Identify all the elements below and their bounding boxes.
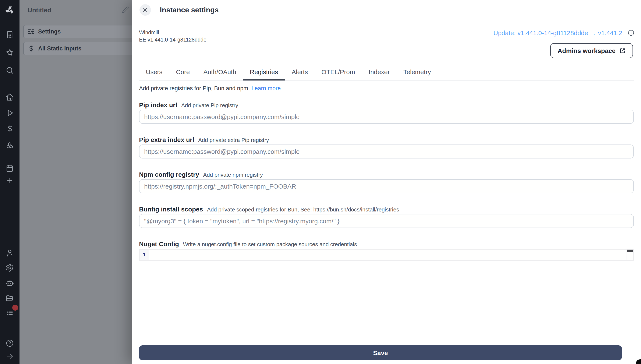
learn-more-link[interactable]: Learn more	[251, 85, 281, 92]
menu-item-label: Settings	[38, 28, 61, 35]
tab-telemetry[interactable]: Telemetry	[397, 64, 438, 80]
field-label-row: Pip extra index url Add private extra Pi…	[139, 136, 634, 143]
sidebar-item-resources[interactable]	[0, 142, 20, 150]
bunfig-install-scopes-input[interactable]	[139, 214, 634, 228]
sidebar-item-search[interactable]	[0, 66, 20, 74]
dollar-icon	[6, 124, 14, 133]
windmill-logo-icon[interactable]	[0, 6, 20, 15]
editor-minimap	[626, 250, 633, 260]
sidebar-item-workspaces[interactable]	[0, 30, 20, 39]
field-label-row: Pip index url Add private Pip registry	[139, 101, 634, 108]
pip-index-url-input[interactable]	[139, 110, 634, 124]
sidebar-expand-button[interactable]	[0, 352, 20, 360]
field-nuget-config: Nuget Config Write a nuget.config file t…	[139, 240, 634, 261]
menu-item-all-static-inputs[interactable]: All Static Inputs	[23, 42, 149, 55]
tab-users[interactable]: Users	[139, 64, 169, 80]
drawer-header: Instance settings	[132, 0, 641, 20]
editor-content[interactable]	[149, 250, 626, 260]
external-link-icon	[619, 48, 626, 54]
tab-otel-prom[interactable]: OTEL/Prom	[315, 64, 362, 80]
search-icon	[6, 66, 14, 74]
close-icon	[143, 7, 148, 13]
tab-alerts[interactable]: Alerts	[285, 64, 315, 80]
field-hint: Add private Pip registry	[181, 102, 238, 108]
version-string: EE v1.441.0-14-g81128ddde	[139, 36, 207, 43]
field-bunfig-install-scopes: Bunfig install scopes Add private scoped…	[139, 206, 634, 228]
field-pip-extra-index-url: Pip extra index url Add private extra Pi…	[139, 136, 634, 158]
tab-core[interactable]: Core	[169, 64, 197, 80]
sidebar-item-variables[interactable]	[0, 124, 20, 133]
gear-icon	[6, 264, 14, 272]
close-button[interactable]	[140, 4, 151, 16]
sidebar-item-user[interactable]	[0, 249, 20, 257]
sidebar-item-add[interactable]	[0, 177, 20, 184]
admins-workspace-button[interactable]: Admins workspace	[550, 43, 633, 58]
save-button[interactable]: Save	[139, 345, 622, 360]
edit-pencil-icon[interactable]	[122, 6, 129, 14]
npm-config-registry-input[interactable]	[139, 179, 634, 193]
menu-item-label: All Static Inputs	[38, 45, 81, 52]
field-label-row: Npm config registry Add private npm regi…	[139, 171, 634, 178]
sidebar-item-favorites[interactable]	[0, 48, 20, 57]
building-icon	[6, 30, 14, 39]
editor-minimap-slider[interactable]	[627, 250, 633, 252]
instance-settings-drawer: Instance settings Windmill EE v1.441.0-1…	[132, 0, 641, 364]
field-label: Npm config registry	[139, 171, 199, 178]
tab-registries[interactable]: Registries	[243, 64, 285, 80]
update-link[interactable]: Update: v1.441.0-14-g81128ddde → v1.441.…	[493, 29, 622, 36]
notification-dot	[12, 305, 18, 310]
field-hint: Add private extra Pip registry	[198, 137, 269, 143]
tab-indexer[interactable]: Indexer	[362, 64, 397, 80]
user-icon	[6, 249, 14, 257]
flow-title: Untitled	[28, 6, 51, 14]
version-block: Windmill EE v1.441.0-14-g81128ddde	[139, 29, 207, 43]
sidebar	[0, 0, 20, 364]
nuget-config-editor[interactable]: 1	[139, 249, 634, 261]
field-hint: Add private npm registry	[203, 172, 263, 178]
play-icon	[6, 109, 14, 117]
description-text: Add private registries for Pip, Bun and …	[139, 85, 250, 92]
tab-description: Add private registries for Pip, Bun and …	[139, 85, 281, 92]
sidebar-item-folders[interactable]	[0, 294, 20, 302]
admins-workspace-label: Admins workspace	[558, 47, 615, 54]
sidebar-item-help[interactable]	[0, 339, 20, 348]
robot-icon	[6, 279, 14, 287]
plus-icon	[6, 177, 14, 184]
boxes-icon	[6, 142, 14, 150]
arrow-right-icon	[6, 352, 14, 360]
flow-editor-panel: Untitled Settings All Static Inputs Trig…	[20, 0, 133, 364]
sidebar-item-runs[interactable]	[0, 109, 20, 117]
menu-item-settings[interactable]: Settings	[23, 25, 149, 38]
field-label: Pip extra index url	[139, 136, 194, 143]
sidebar-item-schedules[interactable]	[0, 164, 20, 172]
field-label-row: Nuget Config Write a nuget.config file t…	[139, 240, 634, 248]
dollar-icon	[28, 45, 35, 52]
calendar-icon	[6, 164, 14, 172]
sidebar-item-workers[interactable]	[0, 279, 20, 287]
windmill-app: Untitled Settings All Static Inputs Trig…	[0, 0, 641, 364]
drawer-title: Instance settings	[160, 6, 219, 14]
home-icon	[6, 93, 14, 101]
settings-tabs: Users Core Auth/OAuth Registries Alerts …	[139, 64, 634, 80]
star-icon	[6, 48, 14, 57]
windmill-logo-glyph	[5, 6, 15, 15]
field-pip-index-url: Pip index url Add private Pip registry	[139, 101, 634, 124]
folder-open-icon	[6, 294, 14, 302]
tab-auth-oauth[interactable]: Auth/OAuth	[197, 64, 243, 80]
help-circle-icon	[6, 339, 14, 348]
field-label: Bunfig install scopes	[139, 206, 203, 213]
update-row: Update: v1.441.0-14-g81128ddde → v1.441.…	[493, 29, 635, 36]
editor-line-number: 1	[140, 250, 149, 260]
sidebar-divider	[0, 83, 20, 83]
info-icon[interactable]	[627, 29, 635, 36]
log-list-icon	[6, 308, 14, 317]
sidebar-item-instance-settings[interactable]	[0, 264, 20, 272]
field-label: Pip index url	[139, 101, 177, 108]
flow-header: Untitled	[20, 0, 133, 20]
field-npm-config-registry: Npm config registry Add private npm regi…	[139, 171, 634, 193]
field-hint: Write a nuget.config file to set custom …	[183, 241, 357, 248]
field-hint: Add private scoped registries for Bun, S…	[207, 206, 399, 213]
pip-extra-index-url-input[interactable]	[139, 144, 634, 158]
sliders-icon	[28, 28, 35, 35]
sidebar-item-home[interactable]	[0, 93, 20, 101]
